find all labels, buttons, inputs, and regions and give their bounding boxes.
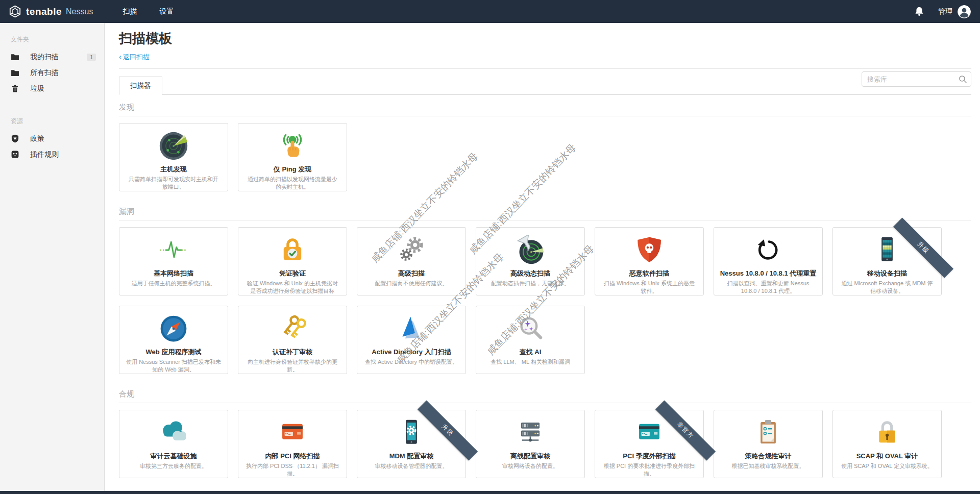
card-desc: 审核网络设备的配置。 [476, 462, 584, 470]
back-link-label: 返回扫描 [123, 53, 150, 61]
template-card-scap-oval-audit[interactable]: SCAP 和 OVAL 审计 使用 SCAP 和 OVAL 定义审核系统。 [832, 410, 942, 478]
template-card-audit-cloud-infrastructure[interactable]: 审计云基础设施 审核第三方云服务的配置。 [119, 410, 228, 478]
sidebar-section-folders: 文件夹 [0, 35, 104, 44]
template-card-active-directory-starter[interactable]: Active Directory 入门扫描 查找 Active Director… [357, 306, 466, 374]
lock-check-icon [278, 235, 307, 265]
card-desc: 使用 Nessus Scanner 扫描已发布和未知的 Web 漏洞。 [119, 358, 228, 374]
template-card-internal-pci-network-scan[interactable]: 内部 PCI 网络扫描 执行内部 PCI DSS （11.2.1） 漏洞扫描。 [238, 410, 347, 478]
sidebar-item-trash[interactable]: 垃圾 [0, 81, 104, 96]
template-card-pci-quarterly-external[interactable]: 非官方 PCI 季度外部扫描 根据 PCI 的要求批准进行季度外部扫描。 [595, 410, 704, 478]
reset-arrow-icon [754, 236, 782, 264]
template-card-advanced-scan[interactable]: 高级扫描 配置扫描而不使用任何建议。 [357, 227, 466, 295]
template-card-web-app-tests[interactable]: Web 应用程序测试 使用 Nessus Scanner 扫描已发布和未知的 W… [119, 306, 228, 374]
admin-menu[interactable]: 管理 [938, 7, 952, 16]
card-desc: 通过 Microsoft Exchange 或 MDM 评估移动设备。 [833, 280, 941, 295]
section-label: 发现 [119, 103, 971, 112]
sidebar-item-label: 政策 [30, 134, 44, 143]
nav-item-scans[interactable]: 扫描 [111, 0, 148, 23]
credit-card-teal-icon [634, 418, 664, 448]
section-divider [119, 116, 971, 116]
template-card-credential-check[interactable]: 凭证验证 验证 Windows 和 Unix 的主机凭据对是否成功进行身份验证以… [238, 227, 347, 295]
ping-hand-icon [277, 131, 308, 161]
card-title: 凭证验证 [238, 269, 347, 278]
ai-search-icon [516, 314, 545, 343]
card-desc: 验证 Windows 和 Unix 的主机凭据对是否成功进行身份验证以扫描目标 [238, 280, 347, 295]
template-card-ping-only[interactable]: 仅 Ping 发现 通过简单的扫描以发现网络流量最少的实时主机。 [238, 123, 347, 191]
card-title: 恶意软件扫描 [595, 269, 703, 278]
pulse-icon [158, 235, 189, 265]
section-label: 合规 [119, 389, 971, 399]
card-title: 基本网络扫描 [119, 269, 228, 278]
shield-star-icon [11, 134, 19, 143]
card-title: PCI 季度外部扫描 [595, 452, 703, 460]
section-divider [119, 220, 971, 220]
notifications-button[interactable] [914, 6, 925, 17]
template-card-credentialed-patch-audit[interactable]: 认证补丁审核 向主机进行身份验证并枚举缺少的更新。 [238, 306, 347, 374]
section-divider [119, 403, 971, 403]
template-card-offline-config-audit[interactable]: 离线配置审核 审核网络设备的配置。 [476, 410, 585, 478]
sidebar: 文件夹 我的扫描 1 所有扫描 垃圾 资源 政策 [0, 23, 105, 494]
card-title: 主机发现 [119, 165, 228, 174]
card-title: MDM 配置审核 [357, 452, 465, 460]
tab-scanner[interactable]: 扫描器 [119, 77, 162, 95]
card-title: Active Directory 入门扫描 [357, 348, 465, 356]
sidebar-item-my-scans[interactable]: 我的扫描 1 [0, 49, 104, 65]
mdm-phone-icon [397, 418, 426, 448]
card-desc: 根据已知基线审核系统配置。 [714, 462, 822, 470]
template-card-agent-reset[interactable]: Nessus 10.8.0 / 10.8.1 代理重置 扫描以查找、重置和更新 … [714, 227, 823, 295]
card-desc: 向主机进行身份验证并枚举缺少的更新。 [238, 358, 347, 374]
sidebar-item-all-scans[interactable]: 所有扫描 [0, 65, 104, 81]
brand-name: tenable [26, 6, 62, 17]
card-title: 移动设备扫描 [833, 269, 941, 278]
sidebar-item-plugin-rules[interactable]: 插件规则 [0, 146, 104, 162]
folder-icon [11, 68, 19, 77]
nav-item-settings[interactable]: 设置 [148, 0, 185, 23]
sidebar-item-policies[interactable]: 政策 [0, 131, 104, 146]
card-desc: 执行内部 PCI DSS （11.2.1） 漏洞扫描。 [238, 462, 347, 478]
malware-shield-icon [635, 236, 664, 264]
card-desc: 使用 SCAP 和 OVAL 定义审核系统。 [833, 462, 941, 470]
main-content: 扫描模板 ‹返回扫描 扫描器 发现 [105, 23, 980, 494]
template-card-host-discovery[interactable]: 主机发现 只需简单扫描即可发现实时主机和开放端口。 [119, 123, 228, 191]
card-desc: 审核第三方云服务的配置。 [119, 462, 228, 470]
sidebar-item-label: 我的扫描 [30, 53, 59, 62]
card-title: SCAP 和 OVAL 审计 [833, 452, 941, 460]
sidebar-section-resources: 资源 [0, 117, 104, 126]
search-input[interactable] [862, 71, 971, 87]
sidebar-item-label: 垃圾 [30, 84, 44, 93]
brand[interactable]: tenable Nessus [0, 5, 93, 18]
template-card-basic-network-scan[interactable]: 基本网络扫描 适用于任何主机的完整系统扫描。 [119, 227, 228, 295]
user-avatar-icon [958, 5, 971, 18]
template-card-malware-scan[interactable]: 恶意软件扫描 扫描 Windows 和 Unix 系统上的恶意软件。 [595, 227, 704, 295]
template-card-mdm-config-audit[interactable]: 升级 MDM 配置审核 审核移动设备管理器的配置。 [357, 410, 466, 478]
card-title: 离线配置审核 [476, 452, 584, 460]
servers-icon [516, 418, 545, 448]
card-desc: 根据 PCI 的要求批准进行季度外部扫描。 [595, 462, 703, 478]
back-to-scans-link[interactable]: ‹返回扫描 [119, 52, 150, 62]
sidebar-item-label: 插件规则 [30, 150, 59, 159]
search-icon [959, 75, 967, 84]
template-card-policy-compliance-audit[interactable]: 策略合规性审计 根据已知基线审核系统配置。 [714, 410, 823, 478]
template-card-find-ai[interactable]: 查找 AI 查找 LLM、 ML 相关检测和漏洞 [476, 306, 585, 374]
section-compliance: 合规 审计云基础设施 审核第三方云服务的配置。 [119, 389, 971, 478]
bell-icon [914, 6, 925, 17]
plug-icon [11, 150, 19, 159]
section-discovery: 发现 主机发现 只需简单扫描即可发现实时主机和开放端口。 [119, 103, 971, 191]
user-avatar[interactable] [958, 5, 971, 18]
chevron-left-icon: ‹ [119, 52, 121, 61]
tenable-logo-icon [8, 5, 22, 18]
template-card-advanced-dynamic-scan[interactable]: 高级动态扫描 配置动态插件扫描，无需推荐。 [476, 227, 585, 295]
card-title: 查找 AI [476, 348, 584, 356]
keys-icon [278, 314, 307, 343]
card-title: 审计云基础设施 [119, 452, 228, 460]
radar-icon [158, 131, 189, 161]
credit-card-orange-icon [278, 418, 307, 448]
card-desc: 只需简单扫描即可发现实时主机和开放端口。 [119, 176, 228, 191]
template-card-mobile-device-scan[interactable]: 升级 移动设备扫描 通过 Microsoft Exchange 或 MDM 评估… [832, 227, 942, 295]
topbar: tenable Nessus 扫描 设置 管理 [0, 0, 980, 23]
gears-icon [397, 235, 426, 265]
card-desc: 通过简单的扫描以发现网络流量最少的实时主机。 [238, 176, 347, 191]
section-label: 漏洞 [119, 207, 971, 216]
folder-icon [11, 53, 19, 61]
ad-triangle-icon [397, 314, 426, 343]
